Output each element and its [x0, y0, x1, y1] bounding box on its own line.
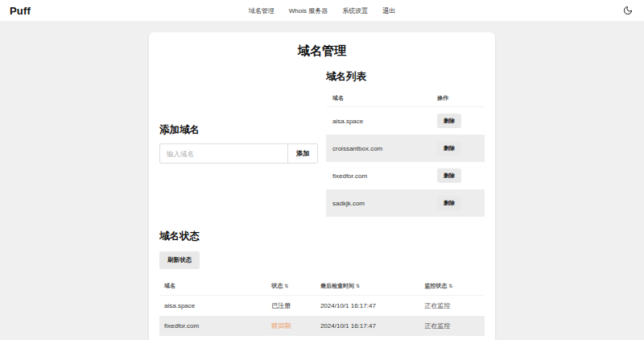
top-row: 添加域名 添加 域名列表 域名 操作 aisa.space 删除	[159, 70, 485, 217]
sort-arrows-icon: ⇅	[356, 284, 360, 288]
nav-item-system-settings[interactable]: 系统设置	[342, 6, 368, 15]
column-header-action: 操作	[431, 90, 485, 107]
checked-at-cell: 2024/10/1 16:17:47	[316, 336, 419, 340]
add-domain-heading: 添加域名	[159, 123, 318, 137]
table-header-row: 域名 操作	[326, 90, 485, 107]
domain-list-section: 域名列表 域名 操作 aisa.space 删除 croissantbox.co…	[326, 70, 485, 217]
column-header-domain: 域名	[326, 90, 431, 107]
nav-item-whois-servers[interactable]: Whois 服务器	[289, 6, 328, 15]
domain-cell: sadkjk.com	[326, 189, 431, 217]
table-row: sadkjk.com 删除	[326, 189, 485, 217]
column-header-domain: 域名	[159, 277, 266, 296]
domain-input[interactable]	[159, 143, 288, 164]
monitor-status-cell: 正在监控	[419, 336, 485, 340]
main-nav: 域名管理 Whois 服务器 系统设置 退出	[249, 0, 395, 21]
table-row: croissantbox.com 删除	[326, 135, 485, 162]
domain-status-section: 域名状态 刷新状态 域名 状态⇅ 最后检查时间⇅ 监控状态⇅ aisa.spac…	[159, 230, 485, 340]
add-domain-form: 添加	[159, 143, 318, 164]
delete-button[interactable]: 删除	[437, 141, 461, 155]
column-header-status[interactable]: 状态⇅	[266, 277, 316, 296]
delete-button[interactable]: 删除	[437, 114, 461, 128]
delete-button[interactable]: 删除	[437, 196, 461, 210]
status-badge: 已注册	[266, 296, 316, 317]
domain-cell: sadkjk.com	[159, 336, 266, 340]
table-row: aisa.space 已注册 2024/10/1 16:17:47 正在监控	[159, 296, 485, 317]
page-title: 域名管理	[159, 44, 485, 59]
column-header-checked-at[interactable]: 最后检查时间⇅	[316, 277, 419, 296]
brand-logo: Puff	[10, 5, 31, 17]
nav-item-domain-management[interactable]: 域名管理	[249, 6, 275, 15]
add-domain-button[interactable]: 添加	[288, 143, 318, 164]
domain-cell: aisa.space	[326, 107, 431, 135]
delete-button[interactable]: 删除	[437, 168, 461, 183]
status-badge: 赎回期	[266, 316, 316, 336]
domain-list-heading: 域名列表	[326, 70, 485, 84]
sort-arrows-icon: ⇅	[448, 284, 452, 288]
domain-cell: fixedfor.com	[159, 316, 266, 336]
domain-status-heading: 域名状态	[159, 230, 485, 243]
checked-at-cell: 2024/10/1 16:17:47	[316, 296, 419, 317]
add-domain-section: 添加域名 添加	[159, 123, 318, 164]
refresh-status-button[interactable]: 刷新状态	[159, 251, 200, 269]
domain-cell: fixedfor.com	[326, 162, 431, 189]
monitor-status-cell: 正在监控	[419, 316, 485, 336]
theme-toggle-button[interactable]	[621, 4, 634, 17]
domain-cell: aisa.space	[159, 296, 266, 317]
status-badge: 可注册	[266, 336, 316, 340]
table-row: fixedfor.com 删除	[326, 162, 485, 189]
domain-status-table: 域名 状态⇅ 最后检查时间⇅ 监控状态⇅ aisa.space 已注册 2024…	[159, 277, 485, 340]
table-header-row: 域名 状态⇅ 最后检查时间⇅ 监控状态⇅	[159, 277, 485, 296]
nav-item-logout[interactable]: 退出	[382, 6, 395, 15]
table-row: fixedfor.com 赎回期 2024/10/1 16:17:47 正在监控	[159, 316, 485, 336]
domain-list-table: 域名 操作 aisa.space 删除 croissantbox.com 删除 …	[326, 90, 485, 217]
top-navbar: Puff 域名管理 Whois 服务器 系统设置 退出	[0, 0, 644, 21]
moon-icon	[623, 6, 633, 15]
table-row: aisa.space 删除	[326, 107, 485, 135]
sort-arrows-icon: ⇅	[284, 284, 288, 288]
table-row: sadkjk.com 可注册 2024/10/1 16:17:47 正在监控	[159, 336, 485, 340]
column-header-monitor[interactable]: 监控状态⇅	[419, 277, 485, 296]
monitor-status-cell: 正在监控	[419, 296, 485, 317]
domain-management-card: 域名管理 添加域名 添加 域名列表 域名 操作	[149, 32, 495, 340]
domain-cell: croissantbox.com	[326, 135, 431, 162]
checked-at-cell: 2024/10/1 16:17:47	[316, 316, 419, 336]
